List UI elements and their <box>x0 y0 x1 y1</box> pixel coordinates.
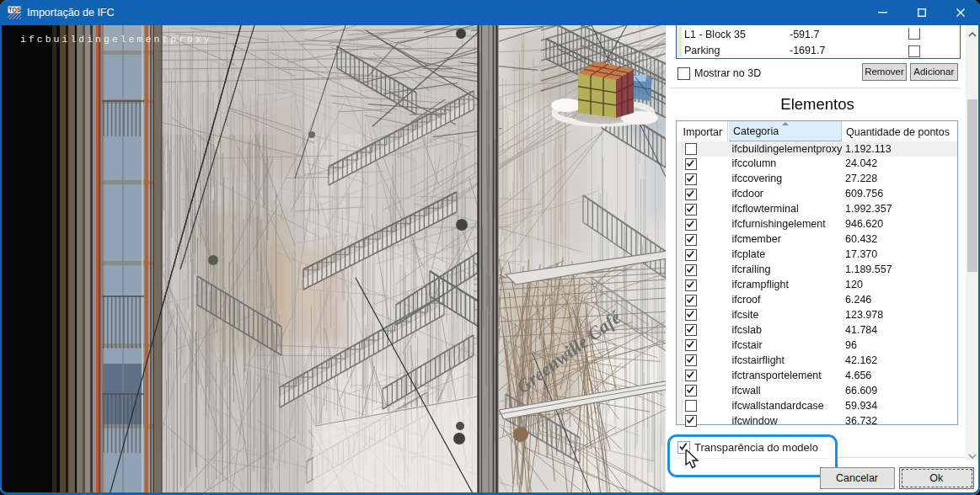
svg-text:ifcbuildingelementproxy: ifcbuildingelementproxy <box>20 34 212 45</box>
